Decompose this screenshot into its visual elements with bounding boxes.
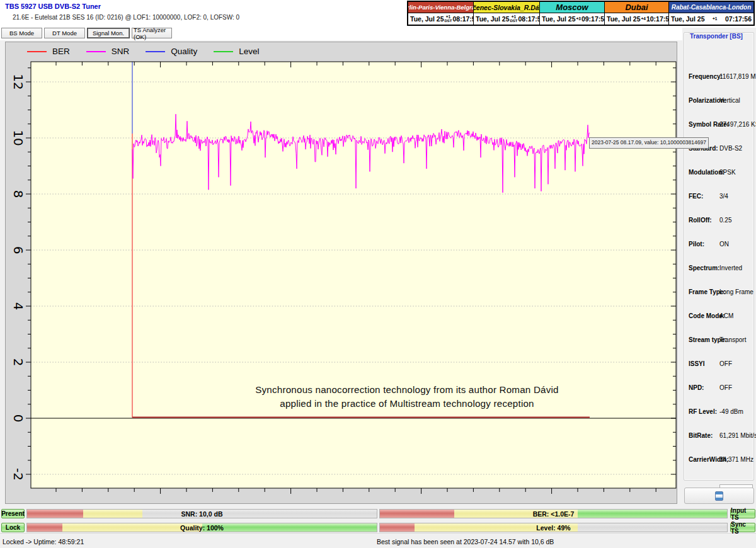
chart-annotation: Synchronous nanocorrection technology fr… [186, 383, 627, 411]
field-frame-type: Frame Type:Long Frame [689, 288, 754, 297]
clock-offset-value: +3 [576, 17, 581, 21]
clock-time-lu-enec-slovakia-r-d-vid: Tue, Jul 25+1DST08:17:56 [474, 13, 539, 25]
field-spectrum: Spectrum:Inverted [689, 265, 754, 273]
field-value: 61,291 Mbit/s [719, 432, 756, 439]
field-npd: NPD:OFF [689, 384, 754, 393]
clock-utc-offset: +1DST [445, 15, 452, 23]
field-pilot: Pilot:ON [689, 241, 754, 249]
field-value: OFF [719, 360, 732, 367]
statusbar-best-signal: Best signal has been seen at 2023-07-24 … [377, 538, 554, 545]
field-value: ACM [719, 312, 733, 319]
tab-bs-mode[interactable]: BS Mode [1, 28, 42, 38]
field-value: Vertical [719, 97, 740, 104]
mode-tabbar: BS ModeDT ModeSignal Mon.TS Analyzer (OK… [1, 28, 172, 39]
legend-item-quality[interactable]: Quality [146, 47, 197, 56]
field-value: Long Frame [719, 288, 753, 295]
clock-utc-offset: +1 [713, 17, 717, 21]
bar-label-quality: Quality: 100% [27, 523, 377, 532]
y-axis-label-2: 2 [11, 358, 26, 367]
y-axis-label-12: 12 [11, 74, 26, 89]
clock-header-berlin-paris-vienna-belgrade: Berlin-Paris-Vienna-Belgrade [408, 2, 473, 13]
field-polarization: Polarization:Vertical [689, 97, 754, 106]
signal-chart[interactable]: -2024681012 [6, 42, 677, 503]
statusbar-lock-uptime: Locked -> Uptime: 48:59:21 [3, 538, 84, 545]
record-ts-button[interactable] [684, 488, 754, 504]
clock-date: Tue, Jul 25 [542, 15, 576, 23]
y-axis-label-4: 4 [11, 302, 26, 311]
tab-dt-mode[interactable]: DT Mode [44, 28, 85, 38]
sync-ts-button[interactable]: Sync TS [730, 523, 755, 532]
clock-dst-flag: DST [510, 19, 518, 23]
legend-line-ber [27, 51, 47, 52]
clock-time-berlin-paris-vienna-belgrade: Tue, Jul 25+1DST08:17:56 [408, 13, 473, 25]
y-axis-label-0: 0 [11, 414, 26, 423]
legend-line-level [214, 51, 233, 52]
field-label: Spectrum: [689, 265, 719, 271]
bar-label-snr: SNR: 10,0 dB [27, 510, 377, 518]
world-clock-panel: Berlin-Paris-Vienna-BelgradeLučenec-Slov… [407, 1, 755, 26]
clock-time-moscow: Tue, Jul 25+309:17:56 [540, 13, 604, 25]
legend-label: SNR [112, 47, 130, 56]
chart-legend: BERSNRQualityLevel [27, 47, 260, 56]
transponder-title: Transponder [BS] [688, 33, 745, 40]
clock-time-value: 09:17:56 [581, 15, 608, 23]
clock-utc-offset: +4 [641, 17, 646, 21]
field-label: ISSYI [689, 360, 705, 367]
clock-header-dubai: Dubai [605, 2, 668, 13]
legend-item-ber[interactable]: BER [27, 47, 70, 56]
field-bitrate: BitRate:61,291 Mbit/s [689, 432, 754, 441]
field-value: 11617,819 MHz [719, 73, 756, 80]
legend-item-level[interactable]: Level [214, 47, 259, 56]
field-value: 8PSK [719, 169, 736, 176]
chart-annotation-line1: Synchronous nanocorrection technology fr… [186, 383, 627, 397]
lock-button[interactable]: Lock [1, 523, 25, 532]
tab-ts-analyzer-ok[interactable]: TS Analyzer (OK) [132, 28, 172, 38]
field-value: 34,371 MHz [719, 456, 753, 463]
clock-date: Tue, Jul 25 [410, 15, 444, 23]
field-label: RF Level: [689, 408, 717, 415]
field-label: BitRate: [689, 432, 713, 439]
field-stream-type: Stream type:Transport [689, 336, 754, 345]
field-label: RollOff: [689, 217, 712, 224]
clock-date: Tue, Jul 25 [607, 15, 641, 23]
legend-label: Level [239, 47, 259, 56]
clock-dst-flag: DST [445, 19, 452, 23]
clock-date: Tue, Jul 25 [671, 15, 705, 23]
field-label: Pilot: [689, 241, 704, 248]
present-button[interactable]: Present [1, 509, 25, 518]
indicator-bar-snr: SNR: 10,0 dB [26, 509, 377, 518]
window-subtitle: 21.6E - Eutelsat 21B SES 16 (ID: 0216) @… [13, 14, 239, 21]
field-issyi: ISSYIOFF [689, 360, 754, 369]
statusbar: Locked -> Uptime: 48:59:21 Best signal h… [0, 534, 756, 548]
clock-time-value: 07:17:56 [725, 15, 752, 23]
input-ts-button[interactable]: Input TS [730, 509, 755, 518]
field-value: OFF [719, 384, 732, 391]
field-value: 0.25 [719, 217, 731, 224]
clock-offset-value: +1 [713, 17, 717, 21]
clock-time-rabat-casablanca-london: Tue, Jul 25+107:17:56 [669, 13, 753, 25]
transponder-groupbox: Transponder [BS] Frequency:11617,819 MHz… [684, 32, 754, 481]
signal-monitor-panel: -2024681012 BERSNRQualityLevel Synchrono… [5, 42, 677, 504]
clock-offset-value: +4 [641, 17, 646, 21]
y-axis-label--2: -2 [11, 468, 26, 481]
y-axis-label-10: 10 [11, 130, 26, 146]
tab-signal-mon[interactable]: Signal Mon. [87, 28, 130, 38]
field-value: ON [719, 241, 729, 248]
clock-time-dubai: Tue, Jul 25+410:17:56 [605, 13, 668, 25]
transponder-panel: Transponder [BS] Frequency:11617,819 MHz… [682, 28, 756, 506]
legend-label: Quality [171, 47, 197, 56]
field-value: -49 dBm [719, 408, 743, 415]
legend-item-snr[interactable]: SNR [86, 47, 130, 56]
field-label: FEC: [689, 193, 703, 200]
chart-annotation-line2: applied in the practice of Multistream t… [186, 397, 627, 411]
bar-label-level: Level: 49% [380, 523, 727, 532]
clock-date: Tue, Jul 25 [476, 15, 510, 23]
field-value: 27497,216 KS/s [719, 121, 756, 128]
clock-header-rabat-casablanca-london: Rabat-Casablanca-London [669, 2, 753, 13]
clock-utc-offset: +3 [576, 17, 581, 21]
field-fec: FEC:3/4 [689, 193, 754, 202]
field-code-mode: Code Mode:ACM [689, 312, 754, 321]
y-axis-label-6: 6 [11, 246, 26, 254]
field-frequency: Frequency:11617,819 MHz [689, 73, 754, 82]
field-rolloff: RollOff:0.25 [689, 217, 754, 225]
